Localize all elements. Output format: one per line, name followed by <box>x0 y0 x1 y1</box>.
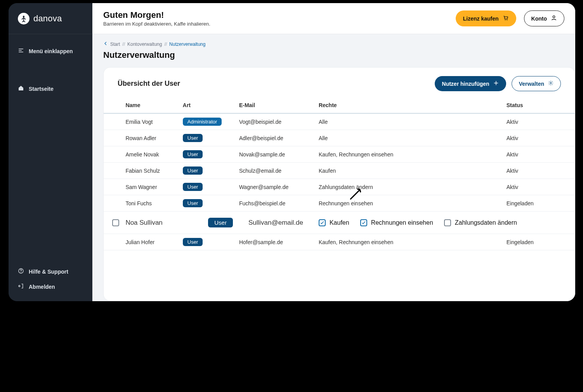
svg-point-4 <box>507 19 507 20</box>
col-status[interactable]: Status <box>503 98 575 113</box>
cell-rights: Kaufen, Rechnungen einsehen <box>316 234 503 250</box>
table-row-editing[interactable]: Noa SullivanUserSullivan@email.deKaufenR… <box>104 212 575 234</box>
type-badge: User <box>208 218 233 227</box>
type-badge: User <box>183 183 203 191</box>
greeting-subtitle: Barrieren im Kopf deaktivieren, Kaffe in… <box>103 21 210 27</box>
logo-icon <box>18 13 29 24</box>
cell-rights: Kaufen <box>316 163 503 179</box>
buy-license-label: Lizenz kaufen <box>463 16 499 22</box>
sidebar: danova Menü einklappen Startseite <box>9 3 92 301</box>
breadcrumb-separator: // <box>164 42 167 47</box>
manage-button[interactable]: Verwalten <box>512 76 561 91</box>
manage-label: Verwalten <box>519 81 544 87</box>
table-row[interactable]: Toni FuchsUserFuchs@beispiel.deRechnunge… <box>104 195 575 212</box>
gear-icon <box>548 80 554 87</box>
checkbox[interactable] <box>319 219 326 226</box>
user-icon <box>551 15 557 22</box>
svg-point-5 <box>553 16 555 18</box>
checkbox[interactable] <box>112 219 119 226</box>
user-table: Name Art E-Mail Rechte Status Emilia Vog… <box>104 98 575 250</box>
cell-name: Toni Fuchs <box>122 195 179 212</box>
logo: danova <box>9 3 92 34</box>
collapse-menu-button[interactable]: Menü einklappen <box>13 43 87 59</box>
add-user-label: Nutzer hinzufügen <box>442 81 489 87</box>
greeting-title: Guten Morgen! <box>103 10 210 20</box>
type-badge: User <box>183 150 203 158</box>
cell-name: Amelie Novak <box>122 146 179 163</box>
cell-email: Fuchs@beispiel.de <box>236 195 316 212</box>
user-card: Übersicht der User Nutzer hinzufügen Ver… <box>103 67 575 301</box>
table-row[interactable]: Amelie NovakUserNovak@sample.deKaufen, R… <box>104 146 575 163</box>
table-row[interactable]: Fabian SchulzUserSchulz@email.deKaufenAk… <box>104 163 575 179</box>
cell-name: Rowan Adler <box>122 130 179 146</box>
breadcrumb: Start // Kontoverwaltung // Nutzerverwal… <box>103 37 564 51</box>
col-type[interactable]: Art <box>180 98 236 113</box>
col-name[interactable]: Name <box>122 98 179 113</box>
account-label: Konto <box>531 16 547 22</box>
main: Guten Morgen! Barrieren im Kopf deaktivi… <box>92 3 575 301</box>
svg-point-3 <box>505 19 505 20</box>
sidebar-item-logout[interactable]: Abmelden <box>13 279 87 294</box>
cell-email: Hofer@sample.de <box>236 234 316 250</box>
svg-point-2 <box>21 272 21 273</box>
cell-rights: Alle <box>316 113 503 130</box>
cell-email: Wagner@sample.de <box>236 179 316 195</box>
cell-status: Eingeladen <box>503 195 575 212</box>
table-row[interactable]: Rowan AdlerUserAdler@beispiel.deAlleAkti… <box>104 130 575 146</box>
type-badge: User <box>183 167 203 175</box>
col-email[interactable]: E-Mail <box>236 98 316 113</box>
sidebar-item-label: Hilfe & Support <box>29 269 68 275</box>
breadcrumb-separator: // <box>122 42 125 47</box>
page-title: Nutzerverwaltung <box>103 50 564 60</box>
cell-email: Vogt@beispiel.de <box>236 113 316 130</box>
cell-status: Aktiv <box>503 130 575 146</box>
chevron-left-icon[interactable] <box>103 41 108 47</box>
cell-name: Sam Wagner <box>122 179 179 195</box>
account-button[interactable]: Konto <box>524 10 564 26</box>
cell-name: Fabian Schulz <box>122 163 179 179</box>
breadcrumb-root[interactable]: Start <box>110 42 120 47</box>
collapse-menu-label: Menü einklappen <box>29 48 73 54</box>
cart-icon <box>503 15 509 22</box>
table-row[interactable]: Julian HoferUserHofer@sample.deKaufen, R… <box>104 234 575 250</box>
cell-name: Emilia Vogt <box>122 113 179 130</box>
svg-point-0 <box>23 16 25 17</box>
right-label: Kaufen <box>330 219 349 226</box>
topbar: Guten Morgen! Barrieren im Kopf deaktivi… <box>92 3 575 34</box>
right-label: Rechnungen einsehen <box>371 219 433 226</box>
right-label: Zahlungsdaten ändern <box>455 219 517 226</box>
cell-status: Eingeladen <box>503 234 575 250</box>
sidebar-item-home[interactable]: Startseite <box>13 81 87 96</box>
add-user-button[interactable]: Nutzer hinzufügen <box>435 76 506 91</box>
sidebar-item-help[interactable]: Hilfe & Support <box>13 264 87 279</box>
table-row[interactable]: Emilia VogtAdministratorVogt@beispiel.de… <box>104 113 575 130</box>
buy-license-button[interactable]: Lizenz kaufen <box>456 10 516 26</box>
sidebar-item-label: Startseite <box>29 86 54 92</box>
logout-icon <box>18 283 24 290</box>
cell-email: Adler@beispiel.de <box>236 130 316 146</box>
cell-status: Aktiv <box>503 179 575 195</box>
cell-email: Novak@sample.de <box>236 146 316 163</box>
cell-name: Julian Hofer <box>122 234 179 250</box>
home-icon <box>18 85 24 92</box>
type-badge: User <box>183 238 203 246</box>
checkbox[interactable] <box>444 219 451 226</box>
cell-status: Aktiv <box>503 113 575 130</box>
menu-collapse-icon <box>18 47 24 55</box>
brand-name: danova <box>33 14 62 24</box>
cell-email: Schulz@email.de <box>236 163 316 179</box>
svg-point-6 <box>550 82 552 84</box>
breadcrumb-level1[interactable]: Kontoverwaltung <box>127 42 162 47</box>
col-rights[interactable]: Rechte <box>316 98 503 113</box>
help-icon <box>18 268 24 275</box>
cell-rights: Kaufen, Rechnungen einsehen <box>316 146 503 163</box>
sidebar-item-label: Abmelden <box>29 284 55 290</box>
type-badge: User <box>183 134 203 142</box>
type-badge: User <box>183 199 203 207</box>
table-row[interactable]: Sam WagnerUserWagner@sample.deZahlungsda… <box>104 179 575 195</box>
cell-rights: Zahlungsdaten ändern <box>316 179 503 195</box>
cell-name: Noa Sullivan <box>125 219 162 227</box>
cell-status: Aktiv <box>503 146 575 163</box>
cell-rights: Alle <box>316 130 503 146</box>
checkbox[interactable] <box>360 219 367 226</box>
